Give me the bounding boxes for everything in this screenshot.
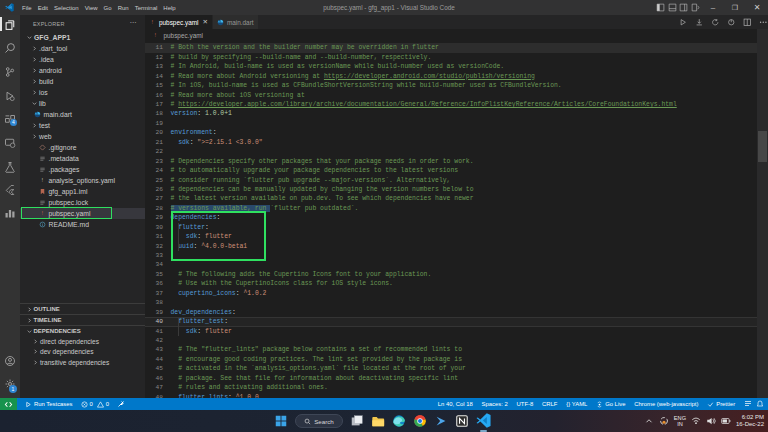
- svg-text:!: !: [151, 20, 154, 26]
- svg-text:!: !: [41, 178, 44, 184]
- svg-text:!: !: [154, 33, 157, 39]
